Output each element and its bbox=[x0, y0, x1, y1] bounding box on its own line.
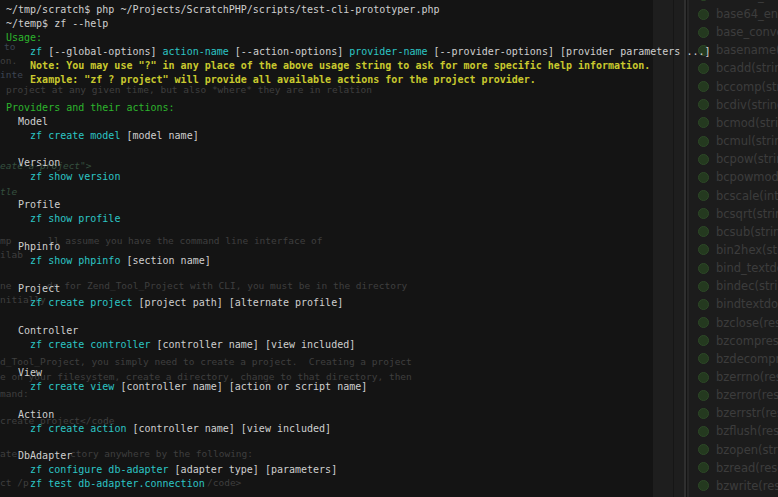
terminal-line: zf [--global-options] action-name [--act… bbox=[6, 46, 710, 57]
terminal-text-segment: View bbox=[6, 367, 42, 378]
terminal-line: Note: You may use "?" in any place of th… bbox=[6, 60, 650, 71]
terminal-text-segment bbox=[6, 171, 30, 182]
terminal-line: Action bbox=[6, 409, 54, 420]
terminal-line: zf configure db-adapter [adapter type] [… bbox=[6, 464, 337, 475]
terminal-line: zf test db-adapter.connection bbox=[6, 478, 205, 489]
terminal-line: DbAdapter bbox=[6, 450, 72, 461]
terminal-line: Example: "zf ? project" will provide all… bbox=[6, 74, 536, 85]
terminal-text-segment: [controller name] [view included] bbox=[126, 423, 331, 434]
terminal-text-segment: [--global-options] bbox=[42, 46, 162, 57]
terminal-line: Model bbox=[6, 116, 48, 127]
terminal-output: ~/tmp/scratch$ php ~/Projects/ScratchPHP… bbox=[0, 0, 778, 497]
terminal-text-segment: Providers and their actions: bbox=[6, 102, 175, 113]
terminal-text-segment: Usage: bbox=[6, 32, 42, 43]
terminal-text-segment bbox=[6, 297, 30, 308]
terminal-text-segment: [--provider-options] [provider parameter… bbox=[428, 46, 711, 57]
terminal-text-segment bbox=[6, 130, 30, 141]
terminal-text-segment bbox=[6, 478, 30, 489]
terminal-text-segment: Example: "zf ? project" will provide all… bbox=[6, 74, 536, 85]
terminal-line: Providers and their actions: bbox=[6, 102, 175, 113]
terminal-line: Project bbox=[6, 283, 60, 294]
terminal-text-segment bbox=[6, 46, 30, 57]
terminal-line: Profile bbox=[6, 199, 60, 210]
terminal-line: zf show phpinfo [section name] bbox=[6, 255, 211, 266]
terminal-text-segment: zf bbox=[30, 46, 42, 57]
terminal-line: ~/tmp/scratch$ php ~/Projects/ScratchPHP… bbox=[6, 4, 439, 15]
terminal-text-segment: [adapter type] [parameters] bbox=[169, 464, 338, 475]
terminal-line: View bbox=[6, 367, 42, 378]
terminal-text-segment: Version bbox=[6, 157, 60, 168]
terminal-text-segment: ~/temp$ zf --help bbox=[6, 18, 108, 29]
terminal-line: zf create model [model name] bbox=[6, 130, 199, 141]
terminal-text-segment: zf show version bbox=[30, 171, 120, 182]
terminal-text-segment: zf create controller bbox=[30, 339, 150, 350]
terminal-text-segment: Phpinfo bbox=[6, 241, 60, 252]
terminal-text-segment: zf configure db-adapter bbox=[30, 464, 168, 475]
terminal-line: zf create controller [controller name] [… bbox=[6, 339, 355, 350]
terminal-text-segment: Action bbox=[6, 409, 54, 420]
terminal-text-segment: action-name bbox=[163, 46, 229, 57]
terminal-text-segment: zf show phpinfo bbox=[30, 255, 120, 266]
terminal-text-segment: Model bbox=[6, 116, 48, 127]
terminal-text-segment: [controller name] [action or script name… bbox=[114, 381, 367, 392]
terminal-line: zf create project [project path] [altern… bbox=[6, 297, 343, 308]
terminal-line: Usage: bbox=[6, 32, 42, 43]
terminal-text-segment: zf create model bbox=[30, 130, 120, 141]
terminal-text-segment bbox=[6, 464, 30, 475]
terminal-text-segment bbox=[6, 423, 30, 434]
terminal-line: zf show version bbox=[6, 171, 120, 182]
terminal-text-segment: zf create project bbox=[30, 297, 132, 308]
terminal-text-segment bbox=[6, 213, 30, 224]
screen: base64_decobase64_encbase_converbasename… bbox=[0, 0, 778, 497]
terminal-text-segment: [--action-options] bbox=[229, 46, 349, 57]
terminal-text-segment: Profile bbox=[6, 199, 60, 210]
terminal-text-segment: [model name] bbox=[120, 130, 198, 141]
terminal-text-segment: Controller bbox=[6, 325, 78, 336]
terminal-line: zf show profile bbox=[6, 213, 120, 224]
terminal-text-segment bbox=[6, 339, 30, 350]
terminal-line: Phpinfo bbox=[6, 241, 60, 252]
terminal-text-segment: zf show profile bbox=[30, 213, 120, 224]
terminal-line: Controller bbox=[6, 325, 78, 336]
terminal-text-segment bbox=[6, 255, 30, 266]
terminal-text-segment: [project path] [alternate profile] bbox=[132, 297, 343, 308]
terminal-text-segment: provider-name bbox=[349, 46, 427, 57]
terminal-text-segment: DbAdapter bbox=[6, 450, 72, 461]
terminal-text-segment: [section name] bbox=[120, 255, 210, 266]
terminal-text-segment: zf create view bbox=[30, 381, 114, 392]
terminal-line: ~/temp$ zf --help bbox=[6, 18, 108, 29]
terminal-line: zf create view [controller name] [action… bbox=[6, 381, 367, 392]
terminal-text-segment: ~/tmp/scratch$ php ~/Projects/ScratchPHP… bbox=[6, 4, 439, 15]
terminal-text-segment: zf create action bbox=[30, 423, 126, 434]
terminal-text-segment bbox=[6, 381, 30, 392]
terminal-line: zf create action [controller name] [view… bbox=[6, 423, 331, 434]
terminal-text-segment: [controller name] [view included] bbox=[151, 339, 356, 350]
terminal-text-segment: Project bbox=[6, 283, 60, 294]
terminal-line: Version bbox=[6, 157, 60, 168]
terminal-text-segment: Note: You may use "?" in any place of th… bbox=[6, 60, 650, 71]
terminal-text-segment: zf test db-adapter.connection bbox=[30, 478, 205, 489]
